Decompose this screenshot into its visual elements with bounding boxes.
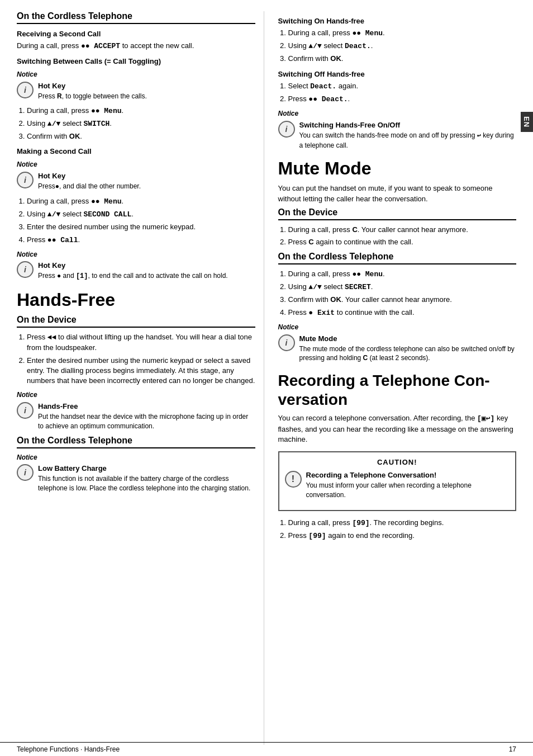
notice-label-6: Notice [278,109,517,119]
handsfree-onoff-body: You can switch the hands-free mode on an… [299,131,517,150]
mute-big-title: Mute Mode [278,158,517,179]
making-step-3: Enter the desired number using the numer… [27,222,255,232]
footer-left: Telephone Functions · Hands-Free [17,745,120,753]
switch-step-1: During a call, press ●● Menu. [27,106,255,116]
device-mute-step-2: Press C again to continue with the call. [288,237,517,247]
switching-on-step-1: During a call, press ●● Menu. [288,28,517,39]
receiving-body: During a call, press ●● ACCEPT to accept… [17,41,255,51]
making-step-4: Press ●● Call. [27,235,255,245]
info-icon-3: i [17,261,34,278]
hotkey-notice-2: i Hot Key Press●, and dial the other num… [17,172,255,192]
switching-on-step-3: Confirm with OK. [288,54,517,64]
switch-steps-list: During a call, press ●● Menu. Using ▲/▼ … [17,106,255,142]
making-step-2: Using ▲/▼ select SECOND CALL. [27,209,255,220]
hotkey1-body: Press R, to toggle between the calls. [38,92,147,101]
hotkey3-title: Hot Key [38,261,228,270]
cordless-mute-step-3: Confirm with OK. Your caller cannot hear… [288,295,517,305]
cordless-mute-title: On the Cordless Telephone [278,252,517,264]
switching-off-title: Switching Off Hands-free [278,70,517,78]
cordless-section-title-2: On the Cordless Telephone [17,436,255,448]
mute-mode-notice-body: The mute mode of the cordless telephone … [299,344,517,363]
cordless-mute-steps: During a call, press ●● Menu. Using ▲/▼ … [278,269,517,318]
notice-label-4: Notice [17,390,255,400]
handsfree-onoff-title: Switching Hands-Free On/Off [299,121,517,129]
making-second-call-title: Making a Second Call [17,147,255,155]
making-steps-list: During a call, press ●● Menu. Using ▲/▼ … [17,196,255,245]
switching-on-title: Switching On Hands-free [278,17,517,25]
switching-on-step-2: Using ▲/▼ select Deact.. [288,41,517,51]
cordless-mute-step-1: During a call, press ●● Menu. [288,269,517,280]
caution-notice-title: Recording a Telephone Conversation! [306,471,510,479]
recording-intro: You can record a telephone conversation.… [278,413,517,445]
handsfree-notice-title: Hands-Free [38,402,255,410]
info-icon-4: i [17,402,34,419]
recording-steps: During a call, press [99]. The recording… [278,518,517,541]
device-section-title-1: On the Device [17,315,255,328]
device-mute-step-1: During a call, press C. Your caller cann… [288,225,517,235]
making-step-1: During a call, press ●● Menu. [27,196,255,207]
info-icon-5: i [17,464,34,481]
caution-box: CAUTION! ! Recording a Telephone Convers… [278,451,517,511]
lowbat-title: Low Battery Charge [38,464,255,472]
mute-mode-notice: i Mute Mode The mute mode of the cordles… [278,334,517,363]
mute-mode-notice-content: Mute Mode The mute mode of the cordless … [299,334,517,363]
recording-step-1: During a call, press [99]. The recording… [288,518,517,528]
notice-label-1: Notice [17,70,255,79]
cordless-mute-step-2: Using ▲/▼ select SECRET. [288,282,517,292]
left-column: On the Cordless Telephone Receiving a Se… [17,11,264,745]
device-step-1: Press ◄◄ to dial without lifting up the … [27,332,255,353]
handsfree-notice: i Hands-Free Put the handset near the de… [17,402,255,431]
recording-big-title: Recording a Telephone Con­versation [278,371,517,409]
hotkey2-title: Hot Key [38,172,141,180]
receiving-title: Receiving a Second Call [17,30,255,38]
device-step-2: Enter the desired number using the numer… [27,356,255,386]
handsfree-notice-body: Put the handset near the device with the… [38,412,255,431]
device-mute-steps: During a call, press C. Your caller cann… [278,225,517,247]
handsfree-notice-content: Hands-Free Put the handset near the devi… [38,402,255,431]
info-icon-7: i [278,334,295,351]
notice-label-3: Notice [17,250,255,259]
hotkey1-title: Hot Key [38,82,147,90]
switch-step-2: Using ▲/▼ select SWITCH. [27,119,255,129]
warn-icon: ! [285,471,302,488]
cordless-mute-step-4: Press ● Exit to continue with the call. [288,308,517,318]
caution-notice-content: Recording a Telephone Conversation! You … [306,471,510,500]
mute-mode-notice-title: Mute Mode [299,334,517,343]
language-tab: EN [521,112,533,132]
lowbat-body: This function is not available if the ba… [38,474,255,493]
handsfree-onoff-notice: i Switching Hands-Free On/Off You can sw… [278,121,517,150]
handsfree-onoff-content: Switching Hands-Free On/Off You can swit… [299,121,517,150]
info-icon-2: i [17,172,34,188]
right-column: Switching On Hands-free During a call, p… [275,11,517,745]
hotkey3-body: Press ● and [1], to end the call and to … [38,271,228,281]
page-footer: Telephone Functions · Hands-Free 17 [0,742,533,756]
hotkey-notice-3: i Hot Key Press ● and [1], to end the ca… [17,261,255,281]
notice-label-7: Notice [278,323,517,332]
hotkey-notice-2-content: Hot Key Press●, and dial the other numbe… [38,172,141,192]
switching-off-step-1: Select Deact. again. [288,81,517,92]
device-steps-list: Press ◄◄ to dial without lifting up the … [17,332,255,386]
hotkey-notice-3-content: Hot Key Press ● and [1], to end the call… [38,261,228,281]
lowbat-notice: i Low Battery Charge This function is no… [17,464,255,493]
footer-right: 17 [509,745,516,753]
info-icon-1: i [17,82,34,98]
handsfree-big-title: Hands-Free [17,290,255,310]
info-icon-6: i [278,121,295,138]
device-section-title-2: On the Device [278,207,517,220]
lowbat-notice-content: Low Battery Charge This function is not … [38,464,255,493]
switching-off-step-2: Press ●● Deact.. [288,94,517,105]
switch-step-3: Confirm with OK. [27,131,255,141]
notice-label-2: Notice [17,160,255,169]
caution-notice-body: You must inform your caller when recordi… [306,481,510,500]
hotkey2-body: Press●, and dial the other number. [38,182,141,192]
hotkey-notice-1-content: Hot Key Press R, to toggle between the c… [38,82,147,101]
mute-intro: You can put the handset on mute, if you … [278,183,517,204]
recording-step-2: Press [99] again to end the recording. [288,531,517,541]
switching-off-steps: Select Deact. again. Press ●● Deact.. [278,81,517,105]
notice-label-5: Notice [17,453,255,462]
caution-title: CAUTION! [285,458,510,466]
switching-between-title: Switching Between Calls (= Call Toggling… [17,57,255,65]
switching-on-steps: During a call, press ●● Menu. Using ▲/▼ … [278,28,517,64]
caution-notice: ! Recording a Telephone Conversation! Yo… [285,471,510,500]
cordless-section-title: On the Cordless Telephone [17,11,255,24]
